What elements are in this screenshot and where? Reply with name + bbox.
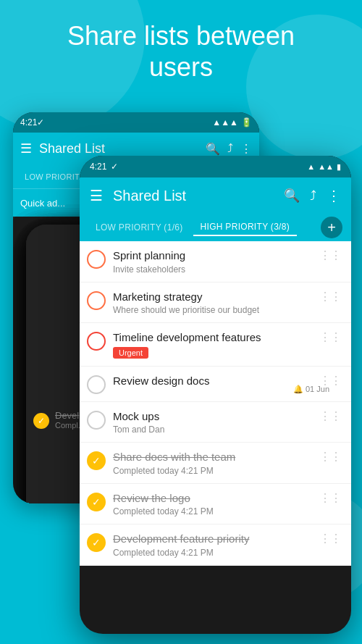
front-status-bar: 4:21 ✓ ▲ ▲▲ ▮ xyxy=(80,156,351,177)
list-item-8[interactable]: ✓ Development feature priority Completed… xyxy=(80,524,351,566)
item-content-6: Share docs with the team Completed today… xyxy=(113,450,316,476)
item-title-5: Mock ups xyxy=(113,409,316,424)
drag-handle-5: ⋮⋮ xyxy=(319,411,341,422)
tab-high-priority[interactable]: HIGH PRIORITY (3/8) xyxy=(193,219,298,236)
front-toolbar-icons: 🔍 ⤴ ⋮ xyxy=(284,187,341,204)
item-title-6: Share docs with the team xyxy=(113,450,316,464)
list-item-5[interactable]: Mock ups Tom and Dan ⋮⋮ xyxy=(80,402,351,443)
front-time: 4:21 xyxy=(90,162,106,172)
front-signal-icon: ▲▲ xyxy=(318,162,334,171)
front-check: ✓ xyxy=(111,162,118,172)
item-subtitle-8: Completed today 4:21 PM xyxy=(113,548,316,558)
list-item-2[interactable]: Marketing strategy Where should we prior… xyxy=(80,283,351,324)
drag-handle-7: ⋮⋮ xyxy=(319,493,341,504)
item-subtitle-1: Invite stakeholders xyxy=(113,264,316,275)
item-circle-5 xyxy=(87,411,106,430)
item-subtitle-5: Tom and Dan xyxy=(113,425,316,435)
back-share-icon: ⤴ xyxy=(227,142,233,155)
item-title-8: Development feature priority xyxy=(113,532,316,546)
add-item-button[interactable]: + xyxy=(321,217,342,238)
list-item-3[interactable]: Timeline development features Urgent ⋮⋮ xyxy=(80,323,351,367)
item-circle-2 xyxy=(87,291,106,310)
front-wifi-icon: ▲ xyxy=(307,162,315,171)
drag-handle-2: ⋮⋮ xyxy=(319,291,341,303)
item-circle-3 xyxy=(87,332,106,351)
front-toolbar: ☰ Shared List 🔍 ⤴ ⋮ xyxy=(80,177,351,214)
item-circle-7: ✓ xyxy=(87,493,106,511)
item-circle-4 xyxy=(87,375,106,394)
list-item-4[interactable]: Review design docs 🔔 01 Jun ⋮⋮ xyxy=(80,367,351,402)
header-line2: users xyxy=(149,52,213,82)
drag-handle-3: ⋮⋮ xyxy=(319,332,341,343)
item-content-3: Timeline development features Urgent xyxy=(113,330,316,359)
item-circle-1 xyxy=(87,250,106,269)
item-content-8: Development feature priority Completed t… xyxy=(113,532,316,558)
item-content-4: Review design docs xyxy=(113,374,316,388)
item-subtitle-7: Completed today 4:21 PM xyxy=(113,506,316,517)
item-circle-8: ✓ xyxy=(87,533,106,552)
back-time: 4:21 xyxy=(20,117,37,127)
front-search-icon[interactable]: 🔍 xyxy=(284,188,300,204)
item-content-1: Sprint planning Invite stakeholders xyxy=(113,248,316,275)
item-content-2: Marketing strategy Where should we prior… xyxy=(113,290,316,316)
list-item-7[interactable]: ✓ Review the logo Completed today 4:21 P… xyxy=(80,484,351,525)
list-item-1[interactable]: Sprint planning Invite stakeholders ⋮⋮ xyxy=(80,241,351,283)
header-line1: Share lists between xyxy=(67,21,295,51)
back-toolbar-title: Shared List xyxy=(39,141,206,156)
item-content-7: Review the logo Completed today 4:21 PM xyxy=(113,491,316,517)
tab-low-priority[interactable]: LOW PRIORITY (1/6) xyxy=(88,219,190,235)
item-title-2: Marketing strategy xyxy=(113,290,316,304)
back-status-check: ✓ xyxy=(37,117,44,127)
back-more-icon: ⋮ xyxy=(240,142,252,156)
front-toolbar-title: Shared List xyxy=(113,188,284,204)
front-more-icon[interactable]: ⋮ xyxy=(327,187,341,204)
item-title-7: Review the logo xyxy=(113,491,316,506)
back-search-icon: 🔍 xyxy=(206,142,220,156)
back-quick-add-label: Quick ad... xyxy=(20,198,65,209)
drag-handle-8: ⋮⋮ xyxy=(319,533,341,545)
item-subtitle-6: Completed today 4:21 PM xyxy=(113,466,316,476)
item-title-1: Sprint planning xyxy=(113,248,316,263)
item-title-3: Timeline development features xyxy=(113,330,316,345)
item-circle-6: ✓ xyxy=(87,451,106,470)
reminder-badge-4: 🔔 01 Jun xyxy=(293,385,329,394)
front-list-area: Sprint planning Invite stakeholders ⋮⋮ M… xyxy=(80,241,351,566)
back-status-bar: 4:21 ✓ ▲▲▲ 🔋 xyxy=(13,112,259,133)
item-subtitle-2: Where should we prioritise our budget xyxy=(113,305,316,315)
item-content-5: Mock ups Tom and Dan xyxy=(113,409,316,435)
bell-icon: 🔔 xyxy=(293,385,303,394)
front-status-right: ▲ ▲▲ ▮ xyxy=(307,162,341,172)
header-text: Share lists between users xyxy=(0,20,362,83)
front-battery-icon: ▮ xyxy=(337,162,341,172)
item-title-4: Review design docs xyxy=(113,374,316,388)
phone-front: 4:21 ✓ ▲ ▲▲ ▮ ☰ Shared List 🔍 ⤴ ⋮ LOW PR… xyxy=(80,156,351,634)
front-share-icon[interactable]: ⤴ xyxy=(310,188,316,204)
front-tab-bar: LOW PRIORITY (1/6) HIGH PRIORITY (3/8) + xyxy=(80,214,351,241)
drag-handle-1: ⋮⋮ xyxy=(319,250,341,262)
front-hamburger-icon[interactable]: ☰ xyxy=(90,187,103,204)
back-battery: 🔋 xyxy=(241,117,252,127)
back-signal: ▲▲▲ xyxy=(212,117,238,127)
back-hamburger-icon: ☰ xyxy=(20,141,32,156)
drag-handle-6: ⋮⋮ xyxy=(319,451,341,463)
list-item-6[interactable]: ✓ Share docs with the team Completed tod… xyxy=(80,443,351,484)
urgent-badge-3: Urgent xyxy=(113,347,148,359)
